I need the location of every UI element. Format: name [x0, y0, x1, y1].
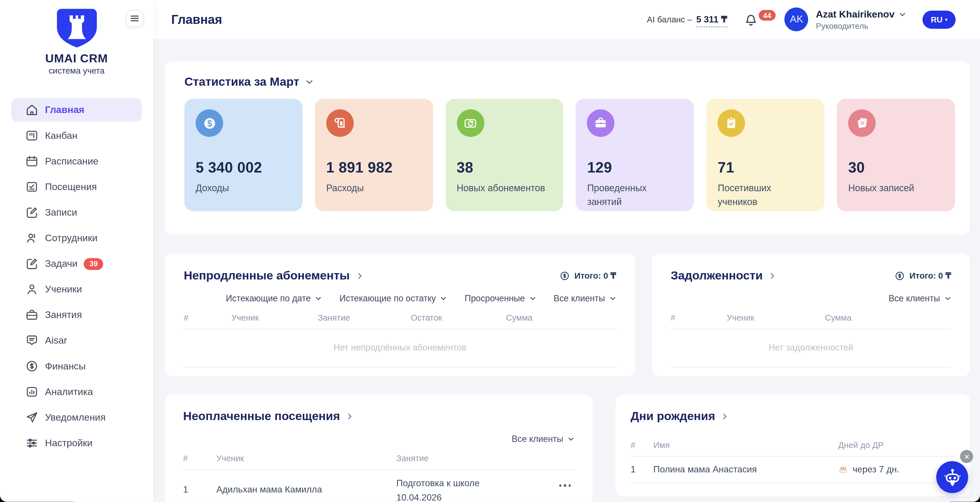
cell-num: 1 [631, 464, 653, 474]
home-icon [25, 103, 39, 117]
table-header: # Имя Дней до ДР [631, 440, 955, 456]
stat-value: 5 340 002 [196, 159, 291, 176]
table-header: # Ученик Занятие [183, 454, 574, 469]
sidebar-item-label: Занятия [45, 309, 82, 321]
col-balance: Остаток [411, 313, 506, 322]
col-lesson: Занятие [318, 313, 410, 322]
row-actions-ellipsis-icon[interactable] [559, 484, 574, 486]
filter-expiring-by-date[interactable]: Истекающие по дате [226, 293, 322, 303]
col-student: Ученик [231, 313, 318, 322]
unrenewed-subscriptions-link[interactable]: Непродленные абонементы [184, 269, 363, 283]
sliders-icon [25, 436, 39, 450]
subscriptions-total: Итого: 0 ₸ [559, 270, 616, 281]
sidebar-item-tasks[interactable]: Задачи 39 [11, 252, 142, 276]
cell-num: 1 [183, 484, 216, 494]
svg-text:$: $ [207, 118, 212, 128]
filter-all-clients[interactable]: Все клиенты [512, 434, 574, 444]
sidebar-item-home[interactable]: Главная [11, 98, 142, 122]
chat-bubble-icon [25, 334, 39, 348]
chevron-right-icon [721, 412, 729, 420]
briefcase-icon [587, 109, 615, 137]
brand-name: UMAI CRM [0, 52, 153, 65]
stat-value: 38 [457, 159, 552, 176]
col-sum: Сумма [506, 313, 616, 322]
sidebar-item-analytics[interactable]: Аналитика [11, 380, 142, 404]
cake-icon [838, 464, 848, 474]
sidebar-item-schedule[interactable]: Расписание [11, 149, 142, 173]
dollar-circle-icon: $ [196, 109, 223, 137]
check-square-icon [25, 180, 39, 194]
card-title-text: Неоплаченные посещения [183, 410, 340, 423]
notifications-button[interactable]: 44 [744, 11, 776, 28]
chevron-right-icon [768, 272, 776, 280]
empty-state: Нет задолженностей [671, 329, 951, 367]
stat-label: Новых абонементов [457, 181, 552, 195]
menu-toggle-button[interactable] [126, 10, 143, 27]
debts-link[interactable]: Задолженности [671, 269, 776, 283]
filter-overdue[interactable]: Просроченные [465, 293, 536, 303]
total-text: Итого: 0 ₸ [574, 270, 616, 281]
card-title-text: Задолженности [671, 269, 763, 283]
ai-balance-label: AI баланс – [647, 15, 692, 24]
language-button[interactable]: RU ▾ [923, 10, 956, 29]
stat-label: Новых записей [848, 181, 944, 195]
notifications-count-badge: 44 [759, 10, 776, 21]
unpaid-visits-card: Неоплаченные посещения Все клиенты # Уче… [165, 394, 593, 502]
sidebar-item-label: Аналитика [45, 386, 93, 397]
col-sum: Сумма [825, 313, 951, 322]
card-title-text: Непродленные абонементы [184, 269, 350, 283]
empty-state: Нет непродлённых абонементов [184, 329, 616, 367]
unpaid-visits-link[interactable]: Неоплаченные посещения [183, 410, 354, 423]
birthdays-link[interactable]: Дни рождения [631, 410, 729, 423]
stat-card-expenses: 1 891 982 Расходы [315, 98, 433, 211]
col-student: Ученик [216, 454, 396, 463]
sidebar-item-notifications[interactable]: Уведомления [11, 406, 142, 429]
bell-icon [744, 13, 758, 28]
stat-label: Проведенных занятий [587, 181, 682, 208]
sidebar-item-label: Главная [45, 104, 84, 116]
page-title: Главная [171, 12, 222, 27]
sidebar: UMAI CRM система учета Главная Канбан Ра… [0, 0, 153, 502]
filter-all-clients[interactable]: Все клиенты [554, 293, 616, 303]
filter-all-clients[interactable]: Все клиенты [889, 293, 951, 303]
sidebar-item-aisar[interactable]: Aisar [11, 329, 142, 353]
stat-cards: $ 5 340 002 Доходы 1 891 982 Расходы [185, 98, 955, 211]
chevron-right-icon [355, 272, 363, 280]
sidebar-item-settings[interactable]: Настройки [11, 431, 142, 455]
sidebar-item-label: Канбан [45, 130, 77, 141]
user-menu[interactable]: AK Azat Khairikenov Руководитель [785, 8, 906, 31]
stat-label: Расходы [326, 181, 422, 195]
unrenewed-subscriptions-card: Непродленные абонементы Итого: 0 ₸ Истек… [165, 254, 635, 376]
calendar-icon [25, 154, 39, 168]
chat-bot-button[interactable] [936, 461, 968, 493]
sidebar-item-finance[interactable]: Финансы [11, 354, 142, 378]
stat-card-students-visited: 71 Посетивших учеников [706, 98, 824, 211]
topbar: Главная AI баланс – 5 311 ₸ 44 AK Azat K… [153, 0, 980, 39]
sidebar-item-label: Сотрудники [45, 233, 97, 244]
avatar[interactable]: AK [785, 8, 809, 31]
sidebar-item-staff[interactable]: Сотрудники [11, 226, 142, 250]
stat-value: 129 [587, 159, 682, 176]
brand-tagline: система учета [0, 66, 153, 76]
edit-square-icon [25, 257, 39, 270]
sidebar-item-label: Уведомления [45, 412, 105, 423]
sidebar-item-attendance[interactable]: Посещения [11, 175, 142, 199]
sidebar-item-label: Финансы [45, 361, 85, 372]
stat-label: Доходы [196, 181, 291, 195]
stat-card-lessons-held: 129 Проведенных занятий [576, 98, 694, 211]
receipt-icon [326, 109, 354, 137]
stats-month-selector[interactable]: Статистика за Март [185, 75, 955, 89]
user-role: Руководитель [816, 21, 906, 30]
sidebar-item-students[interactable]: Ученики [11, 278, 142, 301]
filter-expiring-by-balance[interactable]: Истекающие по остатку [339, 293, 447, 303]
robot-icon [940, 465, 965, 490]
sidebar-item-records[interactable]: Записи [11, 201, 142, 224]
sidebar-item-kanban[interactable]: Канбан [11, 124, 142, 148]
sidebar-item-lessons[interactable]: Занятия [11, 303, 142, 327]
sidebar-item-label: Настройки [45, 437, 92, 448]
stats-title: Статистика за Март [185, 75, 299, 89]
total-text: Итого: 0 ₸ [909, 270, 951, 281]
clipboard-check-icon [718, 109, 745, 137]
ai-balance[interactable]: AI баланс – 5 311 ₸ [647, 14, 727, 24]
app-window: UMAI CRM система учета Главная Канбан Ра… [0, 0, 980, 502]
